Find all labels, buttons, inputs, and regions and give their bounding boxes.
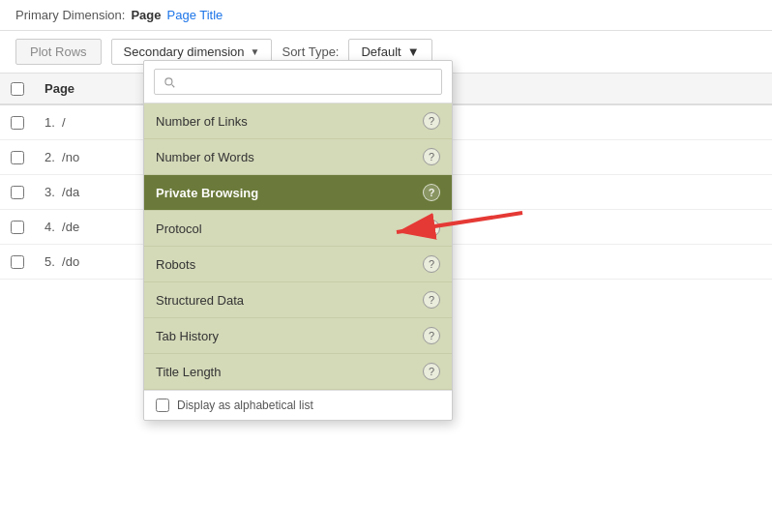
row-checkbox[interactable] bbox=[11, 221, 24, 234]
help-icon[interactable]: ? bbox=[423, 220, 440, 237]
row-checkbox-cell[interactable] bbox=[0, 186, 35, 199]
dropdown-footer: Display as alphabetical list bbox=[144, 390, 452, 420]
dropdown-menu-item[interactable]: Protocol ? bbox=[144, 211, 452, 247]
plot-rows-button[interactable]: Plot Rows bbox=[15, 39, 102, 65]
dropdown-menu-item[interactable]: Number of Words ? bbox=[144, 139, 452, 175]
row-number: 1. bbox=[45, 115, 55, 130]
primary-dimension-label: Primary Dimension: bbox=[15, 8, 125, 22]
row-checkbox-cell[interactable] bbox=[0, 221, 35, 234]
sort-arrow-icon: ▼ bbox=[407, 44, 420, 59]
dropdown-menu-item[interactable]: Number of Links ? bbox=[144, 103, 452, 139]
row-number: 4. bbox=[45, 220, 55, 234]
secondary-dimension-label: Secondary dimension bbox=[124, 44, 245, 59]
row-link[interactable]: /da bbox=[62, 185, 79, 199]
page-title-link[interactable]: Page Title bbox=[167, 8, 223, 22]
menu-item-label: Protocol bbox=[156, 222, 202, 236]
row-link[interactable]: / bbox=[62, 115, 66, 130]
dropdown-menu-item[interactable]: Robots ? bbox=[144, 247, 452, 282]
dropdown-menu-item[interactable]: Tab History ? bbox=[144, 318, 452, 354]
help-icon[interactable]: ? bbox=[423, 255, 440, 273]
row-link[interactable]: /do bbox=[62, 254, 79, 269]
alphabetical-label: Display as alphabetical list bbox=[177, 399, 313, 412]
secondary-dimension-dropdown: Number of Links ? Number of Words ? Priv… bbox=[143, 60, 453, 421]
row-checkbox-cell[interactable] bbox=[0, 255, 35, 269]
menu-item-label: Tab History bbox=[156, 329, 219, 343]
row-checkbox[interactable] bbox=[11, 255, 24, 269]
row-checkbox[interactable] bbox=[11, 151, 24, 164]
row-link[interactable]: /no bbox=[62, 150, 79, 164]
menu-item-label: Private Browsing bbox=[156, 186, 258, 200]
dropdown-search-box bbox=[144, 61, 452, 103]
sort-default-label: Default bbox=[361, 44, 401, 59]
row-checkbox[interactable] bbox=[11, 186, 24, 199]
primary-dimension-bar: Primary Dimension: Page Page Title bbox=[0, 0, 772, 31]
dropdown-menu-item[interactable]: Title Length ? bbox=[144, 354, 452, 390]
row-checkbox-cell[interactable] bbox=[0, 116, 35, 130]
help-icon[interactable]: ? bbox=[423, 363, 440, 380]
help-icon[interactable]: ? bbox=[423, 327, 440, 344]
row-number: 3. bbox=[45, 185, 55, 199]
dropdown-arrow-icon: ▼ bbox=[251, 46, 260, 57]
row-number: 5. bbox=[45, 254, 55, 269]
dropdown-menu-item[interactable]: Structured Data ? bbox=[144, 282, 452, 318]
page-dimension-active: Page bbox=[131, 8, 161, 22]
menu-item-label: Number of Links bbox=[156, 114, 248, 129]
row-link[interactable]: /de bbox=[62, 220, 79, 234]
help-icon[interactable]: ? bbox=[423, 112, 440, 130]
help-icon[interactable]: ? bbox=[423, 184, 440, 201]
row-checkbox-cell[interactable] bbox=[0, 151, 35, 164]
dropdown-menu-item[interactable]: Private Browsing ? bbox=[144, 175, 452, 211]
row-checkbox[interactable] bbox=[11, 116, 24, 130]
sort-type-label: Sort Type: bbox=[282, 44, 339, 59]
row-number: 2. bbox=[45, 150, 55, 164]
help-icon[interactable]: ? bbox=[423, 291, 440, 309]
menu-item-label: Structured Data bbox=[156, 293, 244, 308]
help-icon[interactable]: ? bbox=[423, 148, 440, 165]
alphabetical-checkbox[interactable] bbox=[156, 399, 169, 412]
dropdown-search-input[interactable] bbox=[154, 69, 442, 95]
dropdown-menu-list: Number of Links ? Number of Words ? Priv… bbox=[144, 103, 452, 390]
menu-item-label: Robots bbox=[156, 257, 195, 272]
header-checkbox[interactable] bbox=[11, 82, 24, 96]
menu-item-label: Number of Words bbox=[156, 150, 254, 164]
menu-item-label: Title Length bbox=[156, 365, 221, 379]
header-checkbox-cell[interactable] bbox=[0, 81, 35, 96]
